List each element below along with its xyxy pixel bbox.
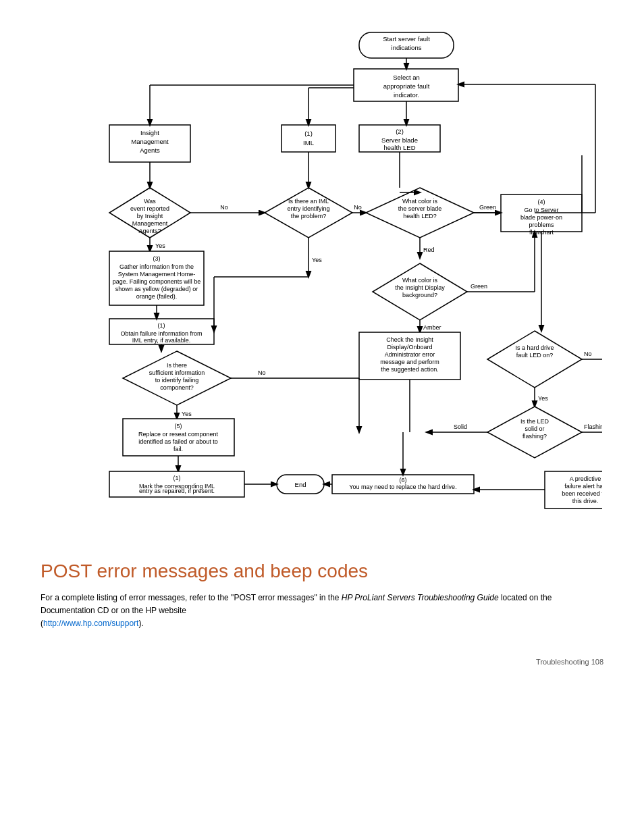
svg-text:page. Failing components will : page. Failing components will be (113, 278, 201, 285)
svg-text:appropriate fault: appropriate fault (383, 82, 430, 90)
flowchart: Start server fault indications Select an… (42, 20, 602, 533)
svg-text:(4): (4) (538, 199, 545, 205)
post-link[interactable]: http://www.hp.com/support (43, 619, 138, 628)
svg-text:Select an: Select an (393, 74, 420, 81)
post-body: For a complete listing of error messages… (41, 592, 567, 631)
svg-text:IML: IML (303, 139, 314, 147)
svg-text:identified as failed or about : identified as failed or about to (138, 438, 218, 445)
svg-text:(3): (3) (153, 255, 161, 262)
svg-text:Yes: Yes (538, 395, 548, 402)
svg-text:the suggested action.: the suggested action. (381, 366, 439, 373)
svg-text:fault LED on?: fault LED on? (516, 352, 554, 359)
svg-text:Display/Onboard: Display/Onboard (387, 344, 432, 350)
svg-text:flashing?: flashing? (522, 433, 547, 440)
svg-rect-3 (354, 69, 458, 101)
svg-text:Mark the corresponding IML: Mark the corresponding IML (139, 483, 215, 490)
svg-text:No: No (258, 369, 266, 376)
svg-text:solid or: solid or (525, 425, 544, 432)
svg-text:(5): (5) (175, 423, 182, 429)
svg-text:Amber: Amber (423, 324, 441, 331)
svg-text:A predictive: A predictive (570, 475, 601, 482)
svg-marker-68 (373, 263, 467, 320)
footer-text: Troubleshooting 108 (536, 658, 603, 666)
post-section: POST error messages and beep codes For a… (41, 554, 603, 631)
svg-text:indicator.: indicator. (394, 91, 419, 99)
svg-rect-0 (359, 32, 454, 58)
svg-text:shown as yellow (degraded) or: shown as yellow (degraded) or (115, 286, 198, 292)
svg-text:the server blade: the server blade (398, 205, 442, 212)
svg-rect-57 (109, 319, 214, 344)
svg-text:Agents?: Agents? (138, 228, 161, 234)
svg-text:message and perform: message and perform (380, 359, 439, 365)
svg-text:indications: indications (392, 44, 422, 51)
svg-marker-108 (123, 351, 231, 405)
svg-rect-8 (281, 125, 336, 152)
svg-text:background?: background? (402, 292, 437, 298)
svg-text:IML entry, if available.: IML entry, if available. (132, 337, 191, 344)
svg-text:fail.: fail. (173, 446, 183, 452)
svg-text:Solid: Solid (454, 423, 467, 430)
svg-text:End: End (295, 481, 306, 488)
svg-text:Is there an IML: Is there an IML (288, 198, 329, 205)
svg-text:No: No (584, 350, 592, 357)
page-footer: Troubleshooting 108 (41, 658, 603, 666)
svg-text:Was: Was (144, 198, 156, 205)
svg-marker-92 (487, 331, 582, 388)
svg-text:No: No (220, 204, 228, 211)
svg-text:(1): (1) (173, 475, 181, 481)
svg-text:Green: Green (471, 283, 487, 290)
svg-text:sufficient information: sufficient information (149, 369, 205, 376)
svg-text:Agents: Agents (140, 147, 160, 154)
svg-rect-132 (332, 475, 474, 494)
svg-marker-36 (366, 188, 474, 238)
svg-rect-72 (501, 194, 582, 232)
svg-text:(1): (1) (158, 322, 165, 329)
svg-rect-50 (109, 251, 204, 305)
svg-text:Go to Server: Go to Server (524, 207, 558, 213)
svg-text:(1): (1) (304, 130, 313, 137)
svg-text:Obtain failure information fro: Obtain failure information from (120, 330, 202, 337)
svg-text:Green: Green (479, 204, 496, 211)
svg-text:to identify failing: to identify failing (155, 377, 199, 384)
svg-text:Check the Insight: Check the Insight (386, 336, 433, 343)
svg-text:What color is: What color is (402, 198, 438, 205)
svg-rect-125 (109, 471, 244, 497)
svg-marker-100 (487, 407, 582, 458)
svg-text:System Management Home-: System Management Home- (118, 271, 196, 278)
svg-text:Is a hard drive: Is a hard drive (515, 344, 554, 351)
svg-text:Start server fault: Start server fault (383, 35, 430, 43)
svg-text:Replace or reseat component: Replace or reseat component (138, 431, 219, 438)
post-body-before: For a complete listing of error messages… (41, 593, 342, 602)
svg-rect-11 (359, 125, 440, 152)
svg-rect-137 (545, 471, 602, 509)
svg-text:blade power-on: blade power-on (520, 214, 562, 221)
svg-text:No: No (354, 204, 362, 211)
svg-rect-119 (123, 419, 234, 456)
svg-text:problems: problems (529, 221, 554, 228)
post-body-end: ). (138, 619, 143, 628)
svg-text:Insight: Insight (140, 129, 159, 136)
post-title: POST error messages and beep codes (41, 561, 603, 582)
svg-text:Administrator error: Administrator error (385, 351, 435, 358)
svg-text:Yes: Yes (312, 257, 322, 263)
svg-text:event reported: event reported (130, 205, 169, 212)
svg-rect-129 (277, 475, 324, 494)
svg-text:Gather information from the: Gather information from the (119, 263, 194, 270)
svg-text:failure alert has: failure alert has (564, 483, 602, 490)
svg-text:by Insight: by Insight (137, 213, 163, 219)
svg-rect-15 (109, 125, 190, 162)
svg-text:You may need to replace the ha: You may need to replace the hard drive. (349, 484, 456, 490)
svg-text:health LED: health LED (383, 144, 415, 151)
svg-text:(2): (2) (396, 128, 404, 135)
svg-text:Yes: Yes (182, 411, 192, 417)
svg-text:flowchart: flowchart (529, 229, 554, 236)
svg-text:entry as repaired, if present.: entry as repaired, if present. (139, 488, 215, 494)
svg-text:Yes: Yes (155, 242, 165, 249)
svg-text:component?: component? (160, 384, 194, 391)
svg-text:entry identifying: entry identifying (287, 205, 329, 212)
svg-text:Red: Red (423, 246, 435, 253)
svg-text:Management: Management (132, 220, 168, 227)
page: Start server fault indications Select an… (0, 0, 644, 693)
svg-text:this drive.: this drive. (572, 498, 599, 504)
svg-text:Flashing: Flashing (584, 423, 602, 430)
